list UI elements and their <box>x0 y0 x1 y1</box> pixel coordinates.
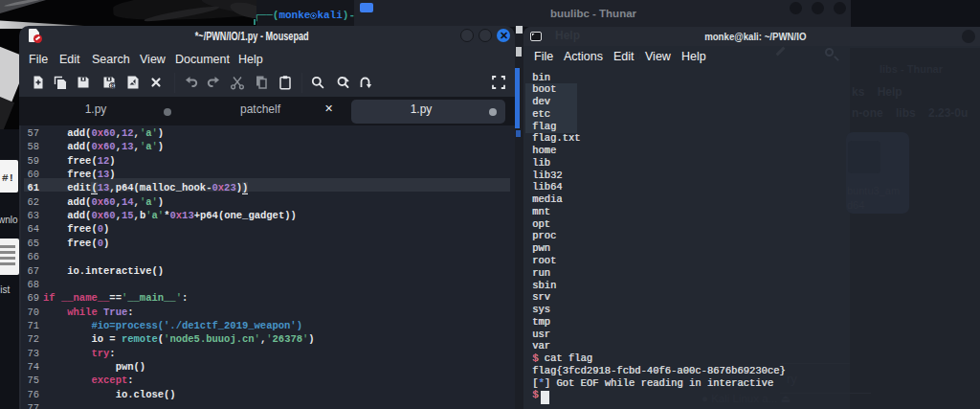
svg-text:8: 8 <box>111 82 115 89</box>
